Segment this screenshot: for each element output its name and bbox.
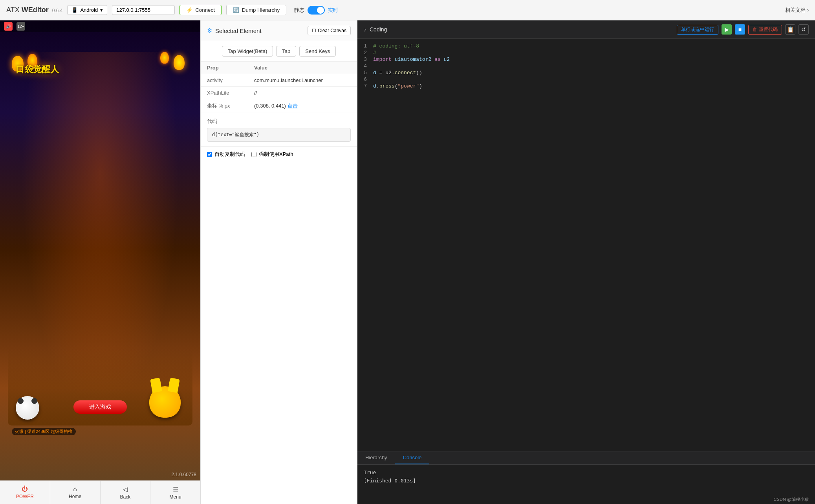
ip-input[interactable] [112, 5, 175, 15]
table-row: 坐标 % px(0.308, 0.441) 点击 [201, 99, 357, 113]
game-title: 口袋觉醒人 [16, 64, 59, 75]
line-number: 2 [357, 50, 373, 56]
clear-canvas-button[interactable]: ☐ Clear Canvas [308, 26, 351, 35]
line-number: 1 [357, 43, 373, 49]
docs-link[interactable]: 相关文档 › [785, 7, 809, 14]
android-icon: 📱 [71, 7, 78, 13]
coding-title-text: Coding [370, 26, 387, 33]
refresh-icon: 🔄 [233, 7, 240, 13]
auto-copy-input[interactable] [207, 152, 212, 157]
realtime-label: 实时 [328, 7, 338, 14]
tap-widget-button[interactable]: Tap Widget(Beta) [222, 46, 273, 57]
properties-table: Prop Value activitycom.mumu.launcher.Lau… [201, 62, 357, 113]
footer-credit-text: CSDN @编程小猫 [774, 497, 809, 502]
version-text: 2.1.0.60778 [172, 472, 196, 477]
connect-button[interactable]: ⚡ Connect [179, 5, 222, 15]
prop-header: Prop [201, 62, 248, 74]
line-number: 7 [357, 83, 373, 89]
table-row: XPathLite// [201, 87, 357, 99]
bottom-bar: ⏻ POWER ⌂ Home ◁ Back ☰ Menu [0, 480, 200, 504]
value-cell: // [248, 87, 357, 99]
back-label: Back [120, 494, 131, 500]
app-name: WEditor [22, 6, 49, 14]
mode-toggle-group: 静态 实时 [294, 6, 338, 15]
code-line: 7d.press("power") [357, 83, 815, 89]
topbar: ATX WEditor 0.6.4 📱 Android ▾ ⚡ Connect … [0, 0, 815, 20]
coding-title: ♪ Coding [364, 26, 387, 33]
age-icon: 12+ [16, 22, 25, 31]
bottom-tabs: Hierarchy Console True[Finished 0.013s] [357, 451, 815, 504]
line-number: 3 [357, 57, 373, 62]
bottom-info-text: 火缘 | 渠道2486区 超级哥柏檀 [15, 429, 73, 434]
force-xpath-input[interactable] [251, 152, 256, 157]
element-icon: ⚙ [207, 27, 212, 34]
home-icon: ⌂ [73, 486, 77, 493]
middle-panel: ⚙ Selected Element ☐ Clear Canvas Tap Wi… [200, 20, 357, 504]
status-bar: 🔊 12+ [0, 20, 200, 32]
left-panel: 🔊 12+ 口袋觉醒人 [0, 20, 200, 504]
android-selector[interactable]: 📱 Android ▾ [67, 5, 107, 15]
device-screen[interactable]: 🔊 12+ 口袋觉醒人 [0, 20, 200, 480]
game-background: 🔊 12+ 口袋觉醒人 [0, 20, 200, 480]
speaker-icon: 🔊 [4, 22, 13, 31]
tab-console[interactable]: Console [395, 451, 430, 464]
force-xpath-label: 强制使用XPath [259, 151, 293, 158]
power-icon: ⏻ [22, 486, 28, 493]
code-line: 3import uiautomator2 as u2 [357, 56, 815, 63]
coding-actions: 单行或选中运行 ▶ ■ 🗑 重置代码 📋 ↺ [677, 24, 809, 35]
send-keys-button[interactable]: Send Keys [299, 46, 336, 57]
action-buttons: Tap Widget(Beta) Tap Send Keys [201, 41, 357, 62]
code-section: 代码 d(text="鲨鱼搜索") [201, 113, 357, 146]
console-line: True [364, 469, 809, 477]
click-link[interactable]: 点击 [288, 103, 298, 109]
force-xpath-checkbox[interactable]: 强制使用XPath [251, 151, 293, 158]
selected-element-title: Selected Element [215, 27, 262, 34]
app-prefix: ATX [6, 6, 22, 14]
run-button[interactable]: ▶ [722, 24, 732, 35]
table-row: activitycom.mumu.launcher.Launcher [201, 74, 357, 87]
app-brand: ATX WEditor 0.6.4 [6, 6, 62, 14]
right-panel: ♪ Coding 单行或选中运行 ▶ ■ 🗑 重置代码 📋 ↺ 1# codin… [357, 20, 815, 504]
mode-toggle[interactable] [308, 6, 325, 15]
chevron-right-icon: › [807, 7, 809, 13]
power-button[interactable]: ⏻ POWER [0, 481, 50, 504]
power-label: POWER [16, 494, 34, 499]
stop-button[interactable]: ■ [735, 24, 745, 35]
reset-code-button[interactable]: 🗑 重置代码 [748, 25, 782, 35]
main-layout: 🔊 12+ 口袋觉醒人 [0, 20, 815, 504]
trash-icon: 🗑 [753, 27, 757, 32]
character-area [8, 347, 192, 425]
static-label: 静态 [294, 7, 304, 14]
clear-canvas-label: Clear Canvas [318, 28, 346, 33]
code-line: 4 [357, 63, 815, 69]
home-button[interactable]: ⌂ Home [50, 481, 101, 504]
back-button[interactable]: ◁ Back [101, 481, 151, 504]
code-editor[interactable]: 1# coding: utf-82#3import uiautomator2 a… [357, 39, 815, 451]
reset-label: 重置代码 [759, 26, 778, 33]
panel-title: ⚙ Selected Element [207, 27, 262, 34]
prop-cell: 坐标 % px [201, 99, 248, 113]
code-line: 2# [357, 49, 815, 56]
enter-game-button[interactable]: 进入游戏 [73, 400, 127, 414]
tap-button[interactable]: Tap [276, 46, 296, 57]
line-content: d = u2.connect() [373, 70, 815, 76]
docs-label: 相关文档 [785, 7, 806, 13]
line-content: import uiautomator2 as u2 [373, 57, 815, 62]
code-line: 6 [357, 76, 815, 83]
copy-button[interactable]: 📋 [785, 24, 795, 35]
auto-copy-checkbox[interactable]: 自动复制代码 [207, 151, 245, 158]
auto-copy-label: 自动复制代码 [214, 151, 245, 158]
menu-button[interactable]: ☰ Menu [150, 481, 200, 504]
line-number: 5 [357, 70, 373, 76]
tab-bar: Hierarchy Console [357, 451, 815, 465]
chevron-down-icon: ▾ [100, 7, 103, 13]
connect-icon: ⚡ [186, 7, 193, 13]
value-header: Value [248, 62, 357, 74]
tab-hierarchy[interactable]: Hierarchy [357, 451, 395, 464]
checkbox-row: 自动复制代码 强制使用XPath [201, 146, 357, 162]
refresh-button[interactable]: ↺ [799, 24, 809, 35]
single-run-button[interactable]: 单行或选中运行 [677, 25, 718, 35]
line-content: d.press("power") [373, 83, 815, 89]
dump-hierarchy-button[interactable]: 🔄 Dump Hierarchy [226, 5, 286, 15]
lantern-4 [160, 52, 169, 64]
